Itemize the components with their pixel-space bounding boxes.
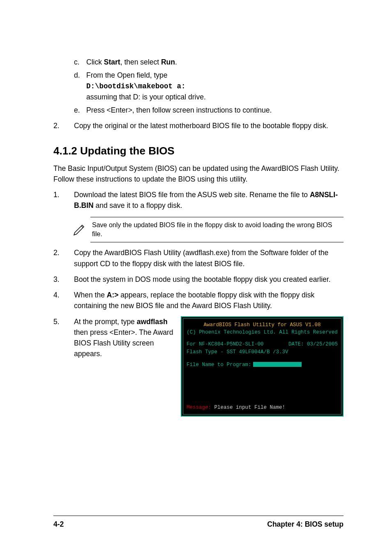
bios-message-text: Please input File Name!: [211, 405, 285, 410]
step-4: 4. When the A:> appears, replace the boo…: [53, 290, 344, 311]
text: Press <Enter>, then follow screen instru…: [86, 105, 344, 115]
step-text: Boot the system in DOS mode using the bo…: [74, 274, 344, 285]
command: awdflash: [137, 318, 168, 326]
bios-prompt-line: File Name to Program:: [187, 361, 338, 369]
bios-title: AwardBIOS Flash Utility for ASUS V1.08: [187, 321, 338, 329]
note-text: Save only the updated BIOS file in the f…: [90, 217, 344, 243]
bios-prompt-label: File Name to Program:: [187, 362, 251, 368]
text: assuming that D: is your optical drive.: [86, 92, 344, 102]
step-1: 1. Download the latest BIOS file from th…: [53, 189, 344, 211]
substep-e: e. Press <Enter>, then follow screen ins…: [74, 105, 344, 115]
substep-letter: d.: [74, 70, 86, 102]
substep-letter: e.: [74, 105, 86, 115]
run-label: Run: [161, 58, 175, 66]
step-number: 3.: [53, 274, 74, 285]
step-body: Download the latest BIOS file from the A…: [74, 189, 344, 211]
bios-flash-type: Flash Type - SST 49LF004A/B /3.3V: [187, 348, 338, 356]
note-block: Save only the updated BIOS file in the f…: [72, 217, 344, 243]
bios-copyright: (C) Phoenix Technologies Ltd. All Rights…: [187, 329, 338, 336]
chapter-title: Chapter 4: BIOS setup: [267, 520, 344, 529]
substep-body: From the Open field, type D:\bootdisk\ma…: [86, 70, 344, 102]
step-text: Copy the AwardBIOS Flash Utility (awdfla…: [74, 247, 344, 269]
text: When the: [74, 291, 107, 299]
step-number: 4.: [53, 290, 74, 311]
text: .: [175, 58, 177, 66]
step-body: When the A:> appears, replace the bootab…: [74, 290, 344, 311]
text: Click: [86, 58, 104, 66]
section-heading: 4.1.2 Updating the BIOS: [53, 145, 344, 157]
text: , then select: [120, 58, 161, 66]
text: then press <Enter>. The Award BIOS Flash…: [74, 328, 173, 358]
bios-message-line: Message: Please input File Name!: [187, 404, 338, 412]
substep-d: d. From the Open field, type D:\bootdisk…: [74, 70, 344, 102]
step-3: 3. Boot the system in DOS mode using the…: [53, 274, 344, 285]
start-label: Start: [104, 58, 120, 66]
page-number: 4-2: [53, 520, 64, 529]
page-footer: 4-2 Chapter 4: BIOS setup: [53, 516, 344, 529]
step-5: 5. At the prompt, type awdflash then pre…: [53, 316, 344, 417]
substep-letter: c.: [74, 57, 86, 67]
step-number: 2.: [53, 120, 74, 131]
step-number: 1.: [53, 189, 74, 211]
text: From the Open field, type: [86, 70, 344, 81]
step-number: 2.: [53, 247, 74, 269]
bios-cursor: [253, 362, 302, 367]
text: Download the latest BIOS file from the A…: [74, 191, 310, 199]
text: At the prompt, type: [74, 318, 137, 326]
bios-for: For NF-KC804-P5ND2-SLI-00: [187, 341, 264, 348]
prompt-text: A:>: [107, 291, 119, 299]
pencil-note-icon: [72, 221, 90, 238]
step-2: 2. Copy the AwardBIOS Flash Utility (awd…: [53, 247, 344, 269]
text: and save it to a floppy disk.: [94, 201, 182, 210]
step-2-top: 2. Copy the original or the latest mothe…: [53, 120, 344, 131]
bios-date: DATE: 03/25/2005: [288, 341, 338, 348]
substep-body: Click Start, then select Run.: [86, 57, 344, 67]
step-text: Copy the original or the latest motherbo…: [74, 120, 344, 131]
substep-c: c. Click Start, then select Run.: [74, 57, 344, 67]
step-body: At the prompt, type awdflash then press …: [74, 316, 344, 417]
step-number: 5.: [53, 316, 74, 417]
bios-terminal: AwardBIOS Flash Utility for ASUS V1.08 (…: [181, 316, 344, 417]
bios-message-label: Message:: [187, 405, 211, 410]
intro-paragraph: The Basic Input/Output System (BIOS) can…: [53, 163, 344, 185]
command-text: D:\bootdisk\makeboot a:: [86, 81, 344, 92]
